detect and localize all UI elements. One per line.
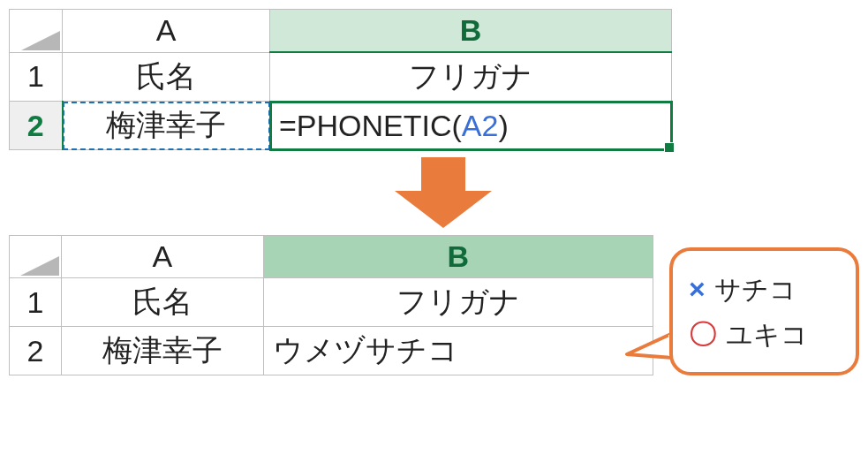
- select-all-corner[interactable]: [10, 10, 63, 53]
- wrong-mark-icon: ×: [689, 267, 706, 312]
- col-header-B[interactable]: B: [270, 10, 672, 53]
- row-header-1[interactable]: 1: [10, 278, 62, 327]
- callout: × サチコ 〇 ユキコ: [669, 247, 859, 375]
- formula-prefix: =PHONETIC(: [279, 109, 462, 142]
- col-header-A[interactable]: A: [62, 236, 264, 278]
- select-all-corner[interactable]: [10, 236, 62, 278]
- callout-tail-icon: [623, 330, 673, 361]
- cell-B1[interactable]: フリガナ: [263, 278, 653, 327]
- col-header-B[interactable]: B: [263, 236, 653, 278]
- cell-A2[interactable]: 梅津幸子: [63, 102, 270, 150]
- row-header-2[interactable]: 2: [10, 327, 62, 375]
- row-header-2[interactable]: 2: [10, 102, 63, 150]
- wrong-text: サチコ: [714, 269, 796, 311]
- right-mark-icon: 〇: [689, 312, 717, 357]
- arrow-down-icon: [9, 157, 868, 231]
- col-header-A[interactable]: A: [63, 10, 270, 53]
- cell-B2-result[interactable]: ウメヅサチコ: [263, 327, 653, 375]
- right-text: ユキコ: [726, 314, 808, 356]
- formula-suffix: ): [498, 109, 508, 142]
- cell-A2[interactable]: 梅津幸子: [62, 327, 264, 375]
- cell-B1[interactable]: フリガナ: [270, 52, 672, 102]
- formula-ref: A2: [462, 109, 499, 142]
- cell-A1[interactable]: 氏名: [62, 278, 264, 327]
- cell-A1[interactable]: 氏名: [63, 52, 270, 102]
- row-header-1[interactable]: 1: [10, 52, 63, 102]
- cell-B2-formula[interactable]: =PHONETIC(A2): [270, 102, 672, 150]
- spreadsheet-after: A B 1 氏名 フリガナ 2 梅津幸子 ウメヅサチコ: [9, 235, 653, 375]
- spreadsheet-before: A B 1 氏名 フリガナ 2 梅津幸子 =PHONETIC(A2): [9, 9, 672, 150]
